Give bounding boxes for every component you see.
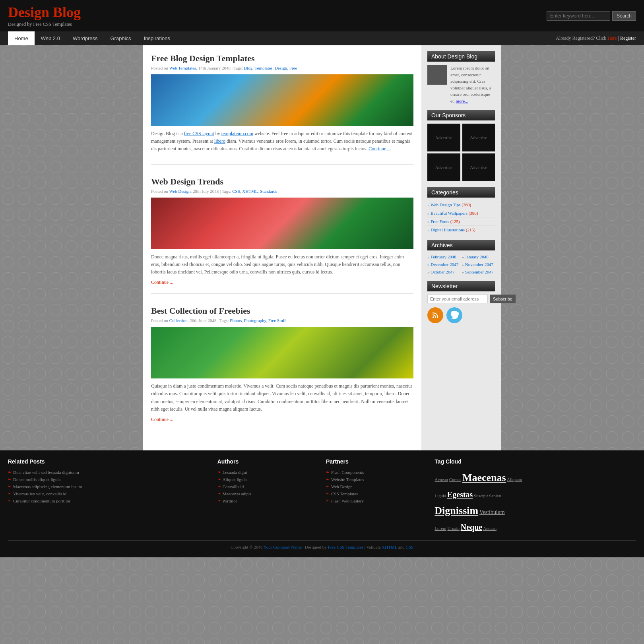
nav-register: Already Registered? Click Here | Registe… bbox=[556, 35, 636, 41]
related-post-4-link[interactable]: Vivamus leo velit, convallis id bbox=[13, 491, 66, 496]
tag-vestibulum[interactable]: Vestibulum bbox=[479, 509, 505, 515]
post-1-tag-blog[interactable]: Blog bbox=[244, 66, 252, 70]
tag-neque[interactable]: Neque bbox=[461, 523, 482, 531]
related-post-3-link[interactable]: Maecenas adipiscing elementum ipsum bbox=[13, 484, 82, 489]
post-1-continue[interactable]: Continue ... bbox=[369, 146, 391, 151]
post-3-title[interactable]: Best Collection of Freebies bbox=[151, 306, 250, 316]
tag-aenean2[interactable]: Aenean bbox=[483, 526, 497, 531]
related-post-5-link[interactable]: Curabitur condimentum porttitor bbox=[13, 499, 70, 503]
category-link-free-fonts[interactable]: Free Fonts (125) bbox=[431, 219, 460, 224]
category-beautiful-wallpapers: Beautiful Wallpapers (380) bbox=[427, 209, 495, 217]
category-link-wallpapers[interactable]: Beautiful Wallpapers (380) bbox=[431, 211, 478, 215]
tag-egestas[interactable]: Egestas bbox=[447, 490, 473, 499]
post-2-tag-css[interactable]: CSS bbox=[232, 189, 240, 194]
partner-flash-components: Flash Components bbox=[326, 469, 427, 476]
tag-aenean[interactable]: Aenean bbox=[435, 477, 448, 482]
post-3-tag-photos[interactable]: Photos bbox=[230, 318, 242, 323]
author-4: Maecenas adipis bbox=[217, 490, 318, 497]
post-3-image bbox=[151, 327, 413, 378]
tag-maecenas[interactable]: Maecenas bbox=[462, 472, 506, 483]
rss-icon[interactable] bbox=[427, 307, 443, 323]
partner-flash-components-link[interactable]: Flash Components bbox=[331, 470, 364, 475]
about-content: Lorem ipsum dolor sit amet, consectetur … bbox=[427, 65, 495, 104]
post-1-tag-templates[interactable]: Templates bbox=[255, 66, 273, 70]
post-1-link-templatemo[interactable]: templatemo.com bbox=[221, 131, 253, 136]
sponsor-2[interactable]: Advertise bbox=[462, 124, 495, 151]
social-icons bbox=[427, 307, 495, 323]
archive-feb-2048[interactable]: February 2048 bbox=[427, 254, 461, 260]
category-link-web-design-tips[interactable]: Web Design Tips (260) bbox=[431, 202, 471, 207]
nav-item-home[interactable]: Home bbox=[8, 31, 35, 45]
archive-nov-2047[interactable]: November 2047 bbox=[462, 261, 495, 268]
sponsor-3[interactable]: Advertise bbox=[427, 153, 460, 181]
nav-item-graphics[interactable]: Graphics bbox=[104, 31, 138, 45]
related-post-1-link[interactable]: Duis vitae velit sed lesuada dignissim bbox=[13, 470, 79, 475]
sponsors-grid: Advertise Advertise Advertise Advertise bbox=[427, 124, 495, 181]
post-1-tag-design[interactable]: Design bbox=[275, 66, 287, 70]
post-3-tag-photography[interactable]: Photography bbox=[244, 318, 266, 323]
company-name-link[interactable]: Your Company Name bbox=[264, 545, 302, 549]
post-2-tag-xhtml[interactable]: XHTML bbox=[242, 189, 258, 194]
tag-cloud-content: Aenean Cursus Maecenas Aliquam Ligula Eg… bbox=[435, 469, 636, 535]
category-free-fonts: Free Fonts (125) bbox=[427, 217, 495, 226]
partner-flash-web-gallery-link[interactable]: Flash Web Gallery bbox=[331, 499, 364, 503]
category-link-digital-illustrations[interactable]: Digital Illustrations (215) bbox=[431, 227, 475, 232]
partner-website-templates-link[interactable]: Website Templates bbox=[331, 477, 364, 482]
tag-aliquam[interactable]: Aliquam bbox=[507, 477, 522, 482]
partner-css-templates-link[interactable]: CSS Templates bbox=[331, 491, 358, 496]
sponsor-1[interactable]: Advertise bbox=[427, 124, 460, 151]
register-link[interactable]: Register bbox=[620, 35, 636, 41]
widget-categories: Categories Web Design Tips (260) Beautif… bbox=[427, 187, 495, 234]
author-5-link[interactable]: Porttitor bbox=[223, 499, 237, 503]
post-3-category-link[interactable]: Collection bbox=[169, 318, 188, 323]
tag-dignissim[interactable]: Dignissim bbox=[435, 505, 478, 516]
nav-item-inspirations[interactable]: Inspirations bbox=[138, 31, 177, 45]
post-2-tag-standards[interactable]: Standards bbox=[260, 189, 277, 194]
tag-sapien[interactable]: Sapien bbox=[489, 493, 501, 498]
login-here-link[interactable]: Here bbox=[607, 35, 617, 41]
author-4-link[interactable]: Maecenas adipis bbox=[223, 491, 252, 496]
archive-oct-2047[interactable]: October 2047 bbox=[427, 269, 461, 275]
tag-lorem[interactable]: Lorem bbox=[435, 526, 446, 531]
author-2-link[interactable]: Aliquet ligula bbox=[223, 477, 247, 482]
partner-website-templates: Website Templates bbox=[326, 476, 427, 483]
validate-css-link[interactable]: CSS bbox=[405, 545, 413, 549]
post-1-link-free-css[interactable]: free CSS layout bbox=[184, 131, 214, 136]
tag-cursus[interactable]: Cursus bbox=[449, 477, 462, 482]
footer-tag-cloud: Tag Cloud Aenean Cursus Maecenas Aliquam… bbox=[435, 458, 636, 535]
search-input[interactable] bbox=[547, 11, 610, 21]
post-1-title[interactable]: Free Blog Design Templates bbox=[151, 53, 255, 63]
archive-jan-2048[interactable]: January 2048 bbox=[462, 254, 495, 260]
twitter-icon[interactable] bbox=[446, 307, 462, 323]
author-3-link[interactable]: Convallis id bbox=[223, 484, 244, 489]
post-1-category-link[interactable]: Web Templates bbox=[169, 66, 196, 70]
validate-xhtml-link[interactable]: XHTML bbox=[382, 545, 397, 549]
partner-web-design-link[interactable]: Web Design bbox=[331, 484, 353, 489]
post-2-title[interactable]: Web Design Trends bbox=[151, 177, 223, 186]
post-2-category-link[interactable]: Web Design bbox=[169, 189, 191, 194]
designed-by-link[interactable]: Free CSS Templates bbox=[328, 545, 363, 549]
sponsor-4[interactable]: Advertise bbox=[462, 153, 495, 181]
archive-sep-2047[interactable]: September 2047 bbox=[462, 269, 495, 275]
nav-item-web20[interactable]: Web 2.0 bbox=[35, 31, 66, 45]
newsletter-email-input[interactable] bbox=[427, 295, 488, 303]
tag-urnain[interactable]: Urnain bbox=[447, 526, 460, 531]
related-posts-list: Duis vitae velit sed lesuada dignissim D… bbox=[8, 469, 209, 504]
post-3: Best Collection of Freebies Posted on Co… bbox=[151, 306, 413, 431]
related-post-2-link[interactable]: Donec mollis aliquet ligula bbox=[13, 477, 60, 482]
post-2-continue[interactable]: Continue ... bbox=[151, 279, 173, 285]
about-more-link[interactable]: more... bbox=[456, 99, 468, 103]
post-3-tag-freestuff[interactable]: Free Stuff bbox=[268, 318, 286, 323]
nav-item-wordpress[interactable]: Wordpress bbox=[66, 31, 104, 45]
author-1-link[interactable]: Lesuada digni bbox=[223, 470, 247, 475]
tag-suscipit[interactable]: Suscipit bbox=[474, 493, 488, 498]
post-3-continue[interactable]: Continue ... bbox=[151, 417, 173, 422]
navigation-bar: Home Web 2.0 Wordpress Graphics Inspirat… bbox=[0, 31, 644, 45]
post-1-tag-free[interactable]: Free bbox=[289, 66, 297, 70]
site-title-plain: Design bbox=[8, 4, 49, 20]
newsletter-subscribe-button[interactable]: Subscribe bbox=[490, 295, 516, 303]
archive-dec-2047[interactable]: December 2047 bbox=[427, 261, 461, 268]
search-button[interactable]: Search bbox=[612, 11, 636, 21]
tag-ligula[interactable]: Ligula bbox=[435, 493, 446, 498]
main-content: Free Blog Design Templates Posted on Web… bbox=[143, 45, 421, 450]
